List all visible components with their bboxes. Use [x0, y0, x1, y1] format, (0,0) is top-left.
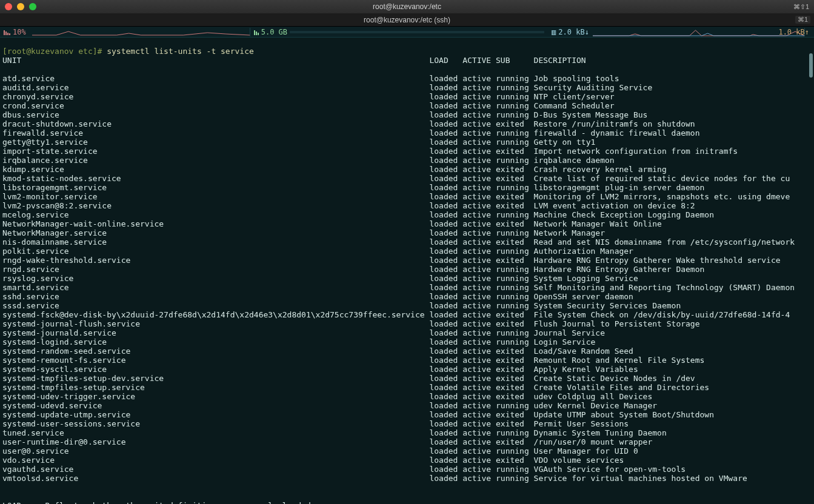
memory-value: 5.0 GB	[261, 28, 287, 36]
scrollbar-thumb[interactable]	[809, 53, 813, 78]
prompt-open: [	[2, 47, 7, 56]
units-header-row: UNIT LOAD ACTIVE SUB DESCRIPTION	[2, 56, 812, 65]
traffic-lights	[5, 3, 36, 10]
tab-ssh[interactable]: root@kuzevanov:/etc (ssh)	[0, 16, 814, 24]
net-down: 2.0 kB↓	[558, 28, 589, 36]
window-titlebar: root@kuzevanov:/etc ⌘⇧1	[0, 0, 814, 13]
prompt-user-host: root@kuzevanov etc	[7, 47, 93, 56]
cpu-bars-icon	[4, 29, 10, 35]
cpu-percent: 10%	[13, 28, 26, 36]
minimize-icon[interactable]	[17, 3, 24, 10]
window-title: root@kuzevanov:/etc	[0, 2, 814, 11]
net-icon: ▥	[552, 28, 556, 36]
tab-shortcut: ⌘1	[795, 16, 810, 24]
status-bar: 10% 5.0 GB ▥ 2.0 kB↓ 1.0 kB↑	[0, 27, 814, 38]
zoom-icon[interactable]	[29, 3, 36, 10]
tab-bar: root@kuzevanov:/etc (ssh) ⌘1	[0, 13, 814, 27]
units-rows: atd.service loaded active running Job sp…	[2, 74, 812, 483]
mem-bars-icon	[254, 29, 259, 35]
net-graph	[593, 28, 805, 36]
terminal-output[interactable]: [root@kuzevanov etc]# systemctl list-uni…	[0, 38, 814, 504]
memory-block: 5.0 GB	[250, 28, 548, 36]
memory-bar	[290, 31, 544, 33]
cpu-block: 10%	[0, 28, 30, 36]
close-icon[interactable]	[5, 3, 12, 10]
net-up: 1.0 kB↑	[778, 28, 809, 36]
legend-load: LOAD = Reflects whether the unit definit…	[2, 501, 812, 504]
prompt-command: systemctl list-units -t service	[107, 47, 254, 56]
window-shortcut: ⌘⇧1	[793, 3, 809, 11]
cpu-graph	[32, 28, 250, 36]
net-down-block: ▥ 2.0 kB↓	[548, 28, 593, 36]
prompt-close: ]#	[93, 47, 102, 56]
